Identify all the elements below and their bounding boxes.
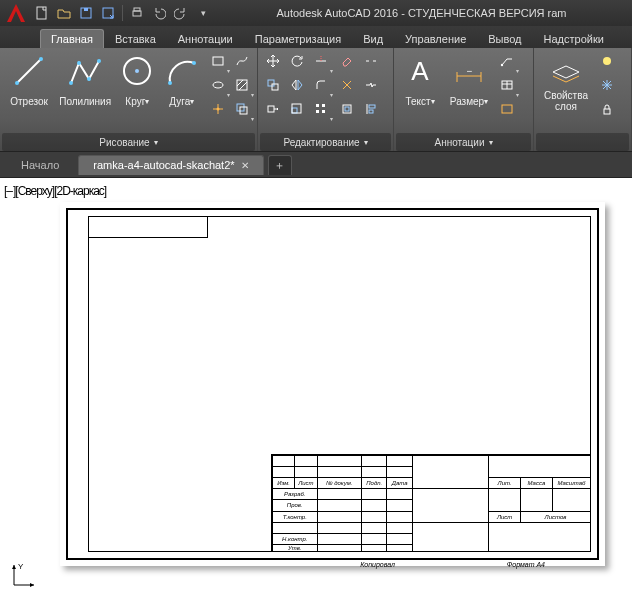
- document-tab-strip: Начало ramka-a4-autocad-skachat2* ✕ ＋: [0, 152, 632, 178]
- draw-small-tools: [207, 50, 253, 120]
- drawing-viewport[interactable]: [–][Сверху][2D-каркас] Y: [0, 178, 632, 595]
- panel-layers: Свойства слоя: [534, 48, 632, 151]
- ribbon-tab-home[interactable]: Главная: [40, 29, 104, 48]
- ellipse-icon[interactable]: [207, 74, 229, 96]
- svg-rect-5: [134, 8, 140, 11]
- autocad-logo-icon[interactable]: [4, 1, 28, 25]
- panel-annot-title[interactable]: Аннотации▾: [396, 133, 531, 151]
- start-tab[interactable]: Начало: [6, 155, 74, 175]
- ribbon-tab-manage[interactable]: Управление: [394, 29, 477, 48]
- save-icon[interactable]: [76, 3, 96, 23]
- file-tab-active[interactable]: ramka-a4-autocad-skachat2* ✕: [78, 155, 263, 175]
- svg-rect-54: [502, 105, 512, 113]
- dimension-button[interactable]: ⎯ Размер ▾: [444, 50, 494, 114]
- dimension-label: Размер ▾: [450, 90, 488, 112]
- line-label: Отрезок: [10, 90, 48, 112]
- modify-tools-2: [336, 50, 358, 120]
- layer-label: Свойства слоя: [538, 90, 594, 112]
- file-tab-label: ramka-a4-autocad-skachat2*: [93, 159, 234, 171]
- svg-text:A: A: [411, 56, 429, 86]
- text-label: Текст ▾: [405, 90, 434, 112]
- new-tab-button[interactable]: ＋: [268, 155, 292, 175]
- svg-point-12: [97, 59, 101, 63]
- svg-point-10: [77, 61, 81, 65]
- panel-draw-title[interactable]: Рисование▾: [2, 133, 255, 151]
- ribbon: Отрезок Полилиния Круг ▾ Дуга ▾: [0, 48, 632, 152]
- redo-icon[interactable]: [171, 3, 191, 23]
- panel-annotation: A Текст ▾ ⎯ Размер ▾ Аннотации▾: [394, 48, 534, 151]
- svg-point-7: [15, 81, 19, 85]
- binding-field: [88, 216, 208, 238]
- ribbon-tab-output[interactable]: Вывод: [477, 29, 532, 48]
- hatch-icon[interactable]: [231, 74, 253, 96]
- undo-icon[interactable]: [149, 3, 169, 23]
- svg-rect-37: [322, 110, 325, 113]
- title-bar: ▾ Autodesk AutoCAD 2016 - СТУДЕНЧЕСКАЯ В…: [0, 0, 632, 26]
- rotate-icon[interactable]: [286, 50, 308, 72]
- modify-tools-3: [360, 50, 382, 120]
- point-icon[interactable]: [207, 98, 229, 120]
- polyline-label: Полилиния: [59, 90, 111, 112]
- region-icon[interactable]: [231, 98, 253, 120]
- open-icon[interactable]: [54, 3, 74, 23]
- ribbon-tab-view[interactable]: Вид: [352, 29, 394, 48]
- modify-tools: [262, 50, 332, 120]
- align-icon[interactable]: [360, 98, 382, 120]
- copy-icon[interactable]: [262, 74, 284, 96]
- array-icon[interactable]: [310, 98, 332, 120]
- rectangle-icon[interactable]: [207, 50, 229, 72]
- offset-icon[interactable]: [336, 98, 358, 120]
- table-icon[interactable]: [496, 74, 518, 96]
- svg-rect-17: [213, 57, 223, 65]
- panel-modify-title[interactable]: Редактирование▾: [260, 133, 391, 151]
- trim-icon[interactable]: [310, 50, 332, 72]
- layer-lock-icon[interactable]: [596, 98, 618, 120]
- qat-more-icon[interactable]: ▾: [193, 3, 213, 23]
- svg-rect-56: [604, 109, 610, 114]
- svg-rect-4: [133, 11, 141, 16]
- arc-button[interactable]: Дуга ▾: [161, 50, 203, 114]
- svg-point-18: [213, 82, 223, 88]
- viewport-controls[interactable]: [–][Сверху][2D-каркас]: [4, 184, 106, 198]
- break-icon[interactable]: [360, 50, 382, 72]
- stretch-icon[interactable]: [262, 98, 284, 120]
- panel-draw: Отрезок Полилиния Круг ▾ Дуга ▾: [0, 48, 258, 151]
- layer-freeze-icon[interactable]: [596, 74, 618, 96]
- scale-icon[interactable]: [286, 98, 308, 120]
- print-icon[interactable]: [127, 3, 147, 23]
- spline-icon[interactable]: [231, 50, 253, 72]
- ribbon-tab-addins[interactable]: Надстройки: [533, 29, 615, 48]
- panel-layers-title[interactable]: [536, 133, 629, 151]
- title-block: Изм.Лист№ докум.Подп.Дата Лит.МассаМасшт…: [271, 454, 591, 552]
- svg-rect-30: [272, 84, 278, 90]
- erase-icon[interactable]: [336, 50, 358, 72]
- ribbon-tab-parametric[interactable]: Параметризация: [244, 29, 352, 48]
- ribbon-tab-insert[interactable]: Вставка: [104, 29, 167, 48]
- quick-access-toolbar: ▾: [32, 3, 213, 23]
- ribbon-tab-annotate[interactable]: Аннотации: [167, 29, 244, 48]
- line-button[interactable]: Отрезок: [4, 50, 54, 114]
- ribbon-tab-strip: Главная Вставка Аннотации Параметризация…: [0, 26, 632, 48]
- mirror-icon[interactable]: [286, 74, 308, 96]
- mleader-icon[interactable]: [496, 98, 518, 120]
- text-button[interactable]: A Текст ▾: [398, 50, 442, 114]
- svg-rect-36: [316, 110, 319, 113]
- move-icon[interactable]: [262, 50, 284, 72]
- svg-rect-38: [343, 105, 351, 113]
- leader-icon[interactable]: [496, 50, 518, 72]
- circle-button[interactable]: Круг ▾: [116, 50, 158, 114]
- new-icon[interactable]: [32, 3, 52, 23]
- layer-properties-button[interactable]: Свойства слоя: [538, 50, 594, 114]
- close-tab-icon[interactable]: ✕: [241, 160, 249, 171]
- fillet-icon[interactable]: [310, 74, 332, 96]
- explode-icon[interactable]: [336, 74, 358, 96]
- saveas-icon[interactable]: [98, 3, 118, 23]
- join-icon[interactable]: [360, 74, 382, 96]
- svg-rect-43: [369, 105, 375, 108]
- svg-rect-39: [345, 107, 349, 111]
- stamp-copied: Копировал: [360, 561, 395, 568]
- panel-modify: Редактирование▾: [258, 48, 394, 151]
- layer-on-icon[interactable]: [596, 50, 618, 72]
- polyline-button[interactable]: Полилиния: [56, 50, 114, 114]
- arc-label: Дуга ▾: [169, 90, 194, 112]
